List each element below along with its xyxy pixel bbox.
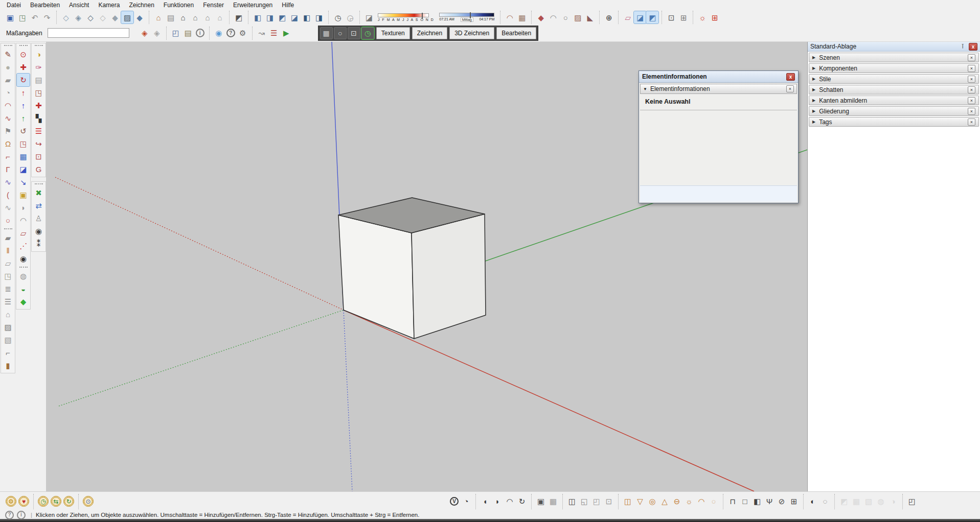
red-sun-icon[interactable]: ☼: [696, 11, 709, 23]
element-info-close-button[interactable]: x: [786, 73, 795, 81]
split-square-icon[interactable]: ◩: [838, 495, 850, 508]
tray-section-close-button[interactable]: ×: [968, 118, 975, 126]
standard-tray-close-button[interactable]: x: [969, 43, 977, 51]
walk-tool-icon[interactable]: ♙: [32, 212, 45, 225]
palette-grip[interactable]: [4, 45, 12, 47]
dimension-tool-icon[interactable]: ↘: [17, 176, 30, 188]
batch-render-icon[interactable]: ◱: [578, 495, 590, 508]
hatch-tool-icon[interactable]: ▨: [2, 321, 14, 334]
status-help-icon[interactable]: ?: [5, 511, 14, 519]
bearbeiten-button[interactable]: Bearbeiten: [496, 27, 536, 39]
cube-tool-2-icon[interactable]: ◨: [264, 11, 276, 23]
light-rect-icon[interactable]: ◫: [622, 495, 634, 508]
play-green-icon[interactable]: ▶: [280, 27, 292, 39]
panel-arrow-tool-icon[interactable]: ◳: [2, 270, 14, 282]
settings-gear-icon[interactable]: ⚙: [237, 27, 249, 39]
section-tool-icon[interactable]: ◪: [17, 163, 30, 176]
tray-section-close-button[interactable]: ×: [968, 108, 975, 115]
ring-swap-icon[interactable]: ⇆: [51, 496, 61, 507]
eraser-tool-icon[interactable]: ●: [2, 61, 14, 74]
pushpull-blue-tool-icon[interactable]: ↑: [17, 99, 30, 112]
palette-grip[interactable]: [19, 267, 28, 269]
shell-tool-icon[interactable]: ◗: [17, 201, 30, 214]
cloud-render-icon[interactable]: ◠: [504, 495, 516, 508]
time-clock-icon[interactable]: ◷: [332, 11, 344, 23]
shadow-box-icon[interactable]: ◪: [363, 11, 375, 23]
cube-tool-1-icon[interactable]: ◧: [252, 11, 264, 23]
element-info-section-header[interactable]: ▼ Elementinformationen ×: [640, 84, 797, 94]
element-info-section-close-button[interactable]: ×: [786, 85, 794, 92]
info-circle-icon[interactable]: i: [196, 29, 204, 37]
tray-section-close-button[interactable]: ×: [968, 97, 975, 104]
shadow-date-slider[interactable]: J F M A M J J A S O N D: [378, 13, 434, 21]
view-back-icon[interactable]: ⌂: [189, 11, 201, 23]
ring-gear-icon[interactable]: ⚙: [6, 496, 16, 507]
block-tool-icon[interactable]: ▮: [2, 359, 14, 372]
tray-section-tags[interactable]: ▶ Tags ×: [809, 117, 979, 127]
bags-tool-icon[interactable]: ◒: [17, 282, 30, 295]
shadow-date-gradient[interactable]: [378, 13, 429, 17]
add-detail-icon[interactable]: ▨: [572, 11, 584, 23]
light-sphere-icon[interactable]: ○: [708, 495, 720, 508]
followme-tool-icon[interactable]: ↺: [17, 125, 30, 137]
columns-tool-icon[interactable]: ☰: [2, 295, 14, 308]
zoom-extents-icon[interactable]: ⊡: [665, 11, 677, 23]
wrap-tool-icon[interactable]: ↪: [32, 137, 45, 150]
time-clock-off-icon[interactable]: ◶: [344, 11, 356, 23]
axes-compass-icon[interactable]: ⊕: [603, 11, 615, 23]
select-tool-icon[interactable]: ⊙: [17, 48, 30, 61]
pan-tool-icon[interactable]: ⇄: [32, 199, 45, 212]
menu-kamera[interactable]: Kamera: [94, 1, 124, 10]
beam-tool-icon[interactable]: ‖: [2, 244, 14, 257]
lasso-icon[interactable]: ↝: [256, 27, 268, 39]
offset-tool-icon[interactable]: ◳: [17, 137, 30, 150]
panel-tool-icon[interactable]: ▱: [2, 257, 14, 270]
grid-tile-icon[interactable]: ▦: [320, 27, 333, 39]
move-tool-icon[interactable]: ✚: [17, 61, 30, 74]
uv-grid-icon[interactable]: ⊞: [788, 495, 800, 508]
orbit-tool-icon[interactable]: ✖: [32, 186, 45, 199]
curve-tool-icon[interactable]: Ω: [2, 137, 14, 150]
tray-section-close-button[interactable]: ×: [968, 76, 975, 83]
notes-tool-icon[interactable]: ▤: [32, 74, 45, 86]
orbit-sphere-icon[interactable]: ◉: [213, 27, 225, 39]
render-region-icon[interactable]: ▦: [547, 495, 559, 508]
style-xray-icon[interactable]: ◇: [60, 11, 72, 23]
gem-tool-icon[interactable]: ◆: [17, 295, 30, 308]
tray-section-close-button[interactable]: ×: [968, 54, 975, 61]
callout-tool-icon[interactable]: ⊡: [32, 150, 45, 163]
fillet-tool-icon[interactable]: Γ: [2, 163, 14, 176]
checker-sphere-icon[interactable]: ◑: [887, 495, 899, 508]
tray-section-schatten[interactable]: ▶ Schatten ×: [809, 85, 979, 94]
light-plane-icon[interactable]: ▽: [634, 495, 646, 508]
red-list-icon[interactable]: ☰: [268, 27, 280, 39]
layers-gray-icon[interactable]: ◈: [151, 27, 163, 39]
light-omni-icon[interactable]: ◎: [646, 495, 658, 508]
tray-section-gliederung[interactable]: ▶ Gliederung ×: [809, 106, 979, 116]
red-grid-icon[interactable]: ⊞: [709, 11, 721, 23]
standard-tray-titlebar[interactable]: Standard-Ablage ⊺ x: [808, 42, 980, 52]
pick-object-icon[interactable]: ◰: [906, 495, 918, 508]
noise-cube-b-icon[interactable]: ▧: [862, 495, 875, 508]
view-iso-icon[interactable]: ⌂: [152, 11, 165, 23]
path-points-tool-icon[interactable]: ⋰: [17, 240, 30, 252]
tray-section-close-button[interactable]: ×: [968, 65, 975, 72]
view-left-icon[interactable]: ⌂: [201, 11, 214, 23]
zoom-tile-icon[interactable]: ○: [334, 27, 347, 39]
tray-section-kanten-abmildern[interactable]: ▶ Kanten abmildern ×: [809, 96, 979, 105]
menu-funktionen[interactable]: Funktionen: [159, 1, 198, 10]
ramp-tool-icon[interactable]: ▰: [2, 231, 14, 244]
undo-icon[interactable]: ↶: [29, 11, 41, 23]
cube-tool-4-icon[interactable]: ◪: [288, 11, 301, 23]
tray-section-komponenten[interactable]: ▶ Komponenten ×: [809, 63, 979, 73]
viewport[interactable]: Elementinformationen x ▼ Elementinformat…: [46, 42, 808, 491]
pipe-tool-icon[interactable]: ⌐: [2, 346, 14, 359]
polygon-tool-icon[interactable]: ⚑: [2, 125, 14, 137]
section-cut-icon[interactable]: ◩: [646, 11, 658, 23]
teapot-render-icon[interactable]: ◖: [479, 495, 491, 508]
tray-section-close-button[interactable]: ×: [968, 86, 975, 93]
frame-buffer-icon[interactable]: ◫: [566, 495, 578, 508]
section-fill-icon[interactable]: ◪: [634, 11, 646, 23]
menu-bearbeiten[interactable]: Bearbeiten: [26, 1, 64, 10]
status-info-icon[interactable]: i: [17, 511, 26, 519]
